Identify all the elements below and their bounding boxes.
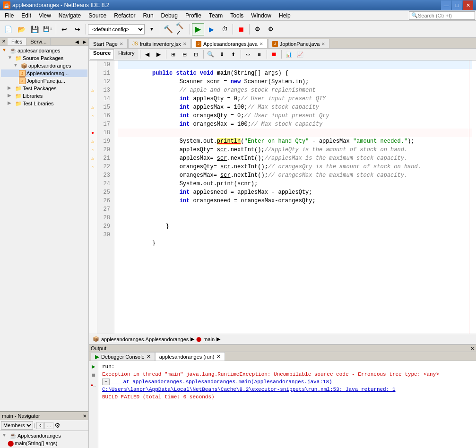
src-toggle2-button[interactable]: ⊟ bbox=[180, 49, 190, 60]
code-line-30[interactable]: } bbox=[118, 231, 472, 239]
tab-start-page[interactable]: Start Page ✕ bbox=[89, 39, 128, 48]
code-line-29[interactable] bbox=[118, 222, 472, 231]
save-all-button[interactable]: 💾+ bbox=[42, 23, 54, 35]
redo-button[interactable]: ↪ bbox=[71, 23, 84, 35]
close-button[interactable]: ✕ bbox=[463, 0, 473, 10]
src-nav2-button[interactable]: ⬆ bbox=[228, 49, 239, 60]
output-close-icon[interactable]: ✕ bbox=[470, 346, 474, 351]
start-page-tab-close[interactable]: ✕ bbox=[120, 42, 123, 46]
minimize-button[interactable]: — bbox=[441, 0, 451, 10]
clean-build-button[interactable]: 🔨✓ bbox=[175, 23, 188, 35]
search-box[interactable]: 🔍 bbox=[409, 11, 475, 20]
history-tab-button[interactable]: History bbox=[115, 49, 138, 60]
src-stop-button[interactable]: ⏹ bbox=[269, 49, 279, 60]
menu-run[interactable]: Run bbox=[139, 11, 157, 20]
code-line-28[interactable]: } bbox=[118, 214, 472, 222]
fruits-tab-close[interactable]: ✕ bbox=[183, 42, 187, 46]
search-input[interactable] bbox=[418, 13, 470, 18]
code-line-18[interactable]: System.out.println("Enter on hand Qty" -… bbox=[118, 129, 472, 137]
maximize-button[interactable]: □ bbox=[452, 0, 462, 10]
code-content[interactable]: public static void main(String[] args) {… bbox=[114, 60, 476, 334]
src-toggle3-button[interactable]: ⊡ bbox=[191, 49, 201, 60]
code-line-27[interactable] bbox=[118, 205, 472, 214]
tab-fruits-inventory[interactable]: JS fruits inventory.jsx ✕ bbox=[128, 39, 191, 48]
left-panel-minimize[interactable]: ▶ bbox=[81, 38, 88, 45]
output-line-at[interactable]: at applesandoranges.Applesandoranges.mai… bbox=[111, 378, 332, 386]
left-tab-close-btn[interactable]: ✕ bbox=[0, 38, 8, 45]
breadcrumb-method[interactable]: main bbox=[203, 336, 215, 342]
run-tab-close[interactable]: ✕ bbox=[216, 353, 221, 360]
menu-profile[interactable]: Profile bbox=[182, 11, 205, 20]
menu-team[interactable]: Team bbox=[205, 11, 226, 20]
nav-sort-button[interactable]: ... bbox=[44, 422, 53, 429]
source-tab-button[interactable]: Source bbox=[90, 49, 114, 60]
profile-button[interactable]: ⏱ bbox=[218, 23, 231, 35]
menu-file[interactable]: File bbox=[1, 11, 17, 20]
config-dropdown-button[interactable]: ▼ bbox=[146, 23, 158, 35]
navigator-dropdown[interactable]: Members bbox=[1, 421, 33, 430]
menu-view[interactable]: View bbox=[35, 11, 55, 20]
code-line-10[interactable]: public static void main(String[] args) { bbox=[118, 60, 472, 69]
run-button[interactable]: ▶ bbox=[192, 23, 204, 35]
config-dropdown[interactable]: <default config> bbox=[88, 24, 145, 34]
applesandoranges-tab-close[interactable]: ✕ bbox=[260, 42, 263, 46]
open-project-button[interactable]: 📂 bbox=[15, 23, 27, 35]
output-stop-icon[interactable]: ⏹ bbox=[89, 370, 98, 379]
src-chart2-button[interactable]: 📈 bbox=[295, 49, 305, 60]
tab-files[interactable]: Files bbox=[8, 38, 26, 45]
tree-item-test-libraries[interactable]: ▶ 📁 Test Libraries bbox=[1, 100, 87, 107]
src-diff2-button[interactable]: ≡ bbox=[254, 49, 265, 60]
src-back-button[interactable]: ◀ bbox=[142, 49, 153, 60]
line-numbers: 10 11 12 13 14 15 16 17 18 19 20 21 22 2… bbox=[97, 60, 114, 334]
nav-filter-button[interactable]: < bbox=[36, 422, 44, 429]
menu-refactor[interactable]: Refactor bbox=[110, 11, 139, 20]
src-diff1-button[interactable]: ⇔ bbox=[243, 49, 253, 60]
src-toggle1-button[interactable]: ⊞ bbox=[168, 49, 179, 60]
tree-item-test-packages[interactable]: ▶ 📁 Test Packages bbox=[1, 85, 87, 92]
debugger-tab-close[interactable]: ✕ bbox=[147, 353, 151, 360]
nav-class-item[interactable]: ▼ ☕ Applesandoranges bbox=[1, 432, 87, 439]
undo-button[interactable]: ↩ bbox=[58, 23, 70, 35]
menu-help[interactable]: Help bbox=[275, 11, 294, 20]
menu-navigate[interactable]: Navigate bbox=[55, 11, 85, 20]
tab-debugger-console[interactable]: ▶ Debugger Console ✕ bbox=[91, 352, 155, 361]
menu-debug[interactable]: Debug bbox=[157, 11, 182, 20]
menu-edit[interactable]: Edit bbox=[17, 11, 35, 20]
tree-item-package[interactable]: ▼ 📦 applesandoranges bbox=[1, 62, 87, 69]
src-chart1-button[interactable]: 📊 bbox=[284, 49, 294, 60]
tree-item-libraries[interactable]: ▶ 📁 Libraries bbox=[1, 92, 87, 100]
src-find-button[interactable]: 🔍 bbox=[206, 49, 216, 60]
tree-item-joption-java[interactable]: J JoptionPane.ja... bbox=[1, 77, 87, 85]
menu-window[interactable]: Window bbox=[247, 11, 275, 20]
menu-source[interactable]: Source bbox=[85, 11, 110, 20]
src-forward-button[interactable]: ▶ bbox=[154, 49, 164, 60]
left-panel-maximize[interactable]: ◀ bbox=[73, 38, 81, 45]
output-content[interactable]: run: Exception in thread "main" java.lan… bbox=[98, 361, 476, 448]
more-tools-button[interactable]: ⚙ bbox=[251, 23, 264, 35]
output-error-nav-icon[interactable]: ●... bbox=[89, 381, 98, 389]
build-button[interactable]: 🔨 bbox=[162, 23, 174, 35]
tab-run-output[interactable]: applesandoranges (run) ✕ bbox=[155, 352, 225, 361]
more-button[interactable]: ⚙ bbox=[265, 23, 277, 35]
tab-services[interactable]: Servi... bbox=[26, 38, 51, 45]
output-panel: Output ✕ ▶ Debugger Console ✕ applesando… bbox=[89, 344, 476, 448]
breadcrumb-class[interactable]: applesandoranges.Applesandoranges bbox=[101, 336, 189, 342]
navigator-close-icon[interactable]: ✕ bbox=[83, 414, 87, 419]
tab-joption[interactable]: J JoptionPane.java ✕ bbox=[268, 39, 329, 48]
output-line-path[interactable]: C:\Users\lanor\AppData\Local\NetBeans\Ca… bbox=[102, 386, 472, 393]
nav-method-item[interactable]: ⬤ main(String[] args) bbox=[1, 439, 87, 447]
joption-tab-close[interactable]: ✕ bbox=[321, 42, 325, 46]
new-project-button[interactable]: 📄 bbox=[2, 23, 14, 35]
applesandoranges-tab-icon: J bbox=[196, 41, 201, 47]
collapse-icon[interactable]: − bbox=[102, 379, 110, 385]
nav-gear-icon[interactable]: ⚙ bbox=[54, 422, 61, 429]
tab-applesandoranges[interactable]: J Applesandoranges.java ✕ bbox=[191, 39, 268, 48]
tree-item-project[interactable]: ▼ ☕ applesandoranges bbox=[1, 47, 87, 54]
menu-tools[interactable]: Tools bbox=[226, 11, 247, 20]
debug-button[interactable]: ▶ bbox=[205, 23, 217, 35]
src-nav1-button[interactable]: ⬇ bbox=[217, 49, 227, 60]
tree-item-applesandoranges-java[interactable]: J Applesandorang... bbox=[1, 69, 87, 77]
stop-button[interactable]: ⏹ bbox=[235, 23, 247, 35]
tree-item-source-packages[interactable]: ▼ 📁 Source Packages bbox=[1, 54, 87, 62]
save-button[interactable]: 💾 bbox=[28, 23, 41, 35]
